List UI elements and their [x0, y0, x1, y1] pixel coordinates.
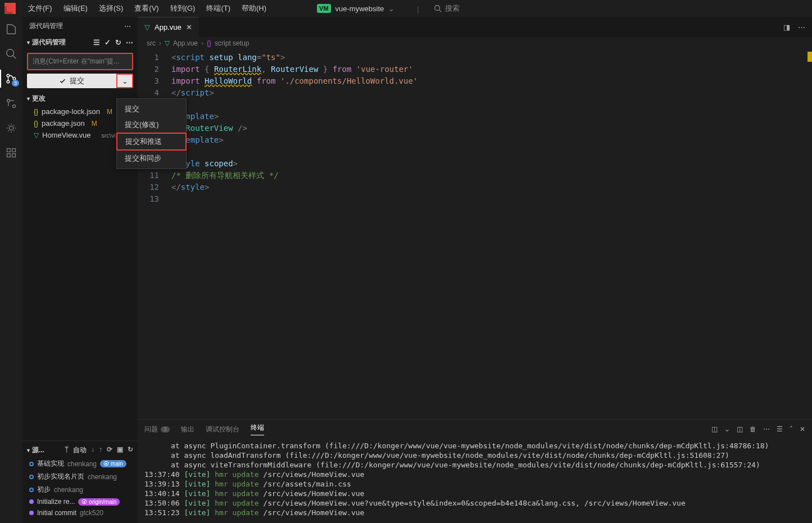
commit-author: chenkang	[54, 486, 83, 494]
filter-icon[interactable]: ☰	[777, 425, 783, 433]
graph-list: 基础实现chenkang⦿main初步实现名片页chenkang初步chenka…	[22, 457, 138, 519]
commit-msg: 基础实现	[37, 459, 64, 469]
svg-point-9	[9, 126, 13, 130]
graph-section: ▾ 源... ᛘ 自动 ↓ ↑ ⟳ ▣ ↻ 基础实现chenkang⦿main初…	[22, 440, 138, 523]
commit-msg: Initialize re...	[37, 498, 75, 506]
graph-item[interactable]: Initial commitgtck520	[22, 507, 138, 519]
activity-extensions-a[interactable]	[4, 97, 18, 110]
overview-ruler[interactable]	[805, 49, 812, 419]
activity-extensions[interactable]	[4, 146, 18, 160]
json-icon: {}	[34, 120, 38, 128]
svg-point-4	[7, 74, 10, 77]
activity-explorer[interactable]	[4, 22, 18, 36]
project-selector[interactable]: VM vue-mywebsite ⌄	[317, 4, 394, 13]
pull-icon[interactable]: ↓	[91, 445, 94, 455]
chevron-up-icon[interactable]: ˄	[790, 425, 793, 433]
svg-point-0	[434, 6, 439, 11]
code-body: 12345678910111213 <script setup lang="ts…	[138, 49, 812, 419]
chevron-down-icon[interactable]: ⌄	[724, 425, 730, 433]
graph-item[interactable]: 初步chenkang	[22, 483, 138, 496]
tab-bar: ▽ App.vue ✕ ◨ ⋯	[138, 17, 812, 37]
more-icon[interactable]: ⋯	[798, 23, 805, 31]
menu-select[interactable]: 选择(S)	[93, 1, 129, 16]
search-placeholder: 搜索	[445, 3, 460, 13]
commit-msg: 初步	[37, 485, 51, 494]
more-icon[interactable]: ⋯	[763, 425, 770, 433]
menubar: 文件(F) 编辑(E) 选择(S) 查看(V) 转到(G) 终端(T) 帮助(H…	[0, 0, 812, 17]
refresh-icon[interactable]: ↻	[128, 445, 133, 455]
trash-icon[interactable]: 🗑	[750, 425, 756, 433]
menu-edit[interactable]: 编辑(E)	[58, 1, 93, 16]
json-icon: {}	[34, 108, 38, 116]
close-icon[interactable]: ✕	[800, 425, 805, 433]
graph-item[interactable]: 基础实现chenkang⦿main	[22, 457, 138, 470]
menu-terminal[interactable]: 终端(T)	[201, 1, 236, 16]
panel-tab-terminal[interactable]: 终端	[251, 423, 264, 435]
breadcrumb-src[interactable]: src	[147, 39, 156, 47]
sidebar-header: 源代码管理 ⋯	[22, 17, 138, 35]
split-icon[interactable]: ◨	[783, 23, 790, 31]
menu-help[interactable]: 帮助(H)	[236, 1, 272, 16]
panel-tab-debug[interactable]: 调试控制台	[206, 425, 239, 434]
breadcrumb[interactable]: src › ▽ App.vue › {} script setup	[138, 37, 812, 49]
editor-tab[interactable]: ▽ App.vue ✕	[138, 17, 199, 37]
graph-dot	[29, 511, 34, 515]
terminal-output[interactable]: at async PluginContainer.transform (file…	[138, 439, 812, 523]
fetch-icon[interactable]: ⟳	[107, 445, 112, 455]
graph-dot	[29, 499, 34, 504]
warning-marker[interactable]	[808, 52, 812, 62]
scm-badge: 3	[12, 80, 19, 87]
breadcrumb-symbol[interactable]: script setup	[215, 39, 249, 47]
graph-item[interactable]: 初步实现名片页chenkang	[22, 470, 138, 483]
svg-line-3	[13, 56, 16, 59]
dd-commit[interactable]: 提交	[117, 101, 186, 117]
chevron-down-icon: ▾	[27, 39, 30, 46]
graph-item[interactable]: Initialize re...⦿origin/main	[22, 496, 138, 507]
auto-label[interactable]: 自动	[73, 445, 87, 455]
scm-section-header[interactable]: ▾ 源代码管理 ☰ ✓ ↻ ⋯	[22, 35, 138, 49]
commit-msg: 初步实现名片页	[37, 472, 84, 481]
dd-commit-amend[interactable]: 提交(修改)	[117, 117, 186, 133]
svg-rect-11	[12, 149, 16, 152]
refresh-icon[interactable]: ↻	[115, 38, 121, 47]
branch-icon[interactable]: ᛘ	[65, 445, 69, 455]
split-icon[interactable]: ◫	[737, 425, 743, 433]
panel-tab-output[interactable]: 输出	[181, 425, 194, 434]
chevron-down-icon: ▾	[27, 95, 30, 102]
commit-dropdown-button[interactable]: ⌄	[116, 74, 133, 88]
file-name: HomeView.vue	[42, 131, 90, 139]
panel-tabs: 问题3 输出 调试控制台 终端 ◫ ⌄ ◫ 🗑 ⋯ ☰ ˄ ✕	[138, 420, 812, 439]
close-icon[interactable]: ✕	[186, 23, 192, 31]
menu-view[interactable]: 查看(V)	[129, 1, 164, 16]
more-icon[interactable]: ⋯	[124, 22, 131, 30]
check-icon[interactable]: ✓	[105, 38, 111, 47]
svg-point-8	[13, 105, 16, 108]
dd-commit-sync[interactable]: 提交和同步	[117, 151, 186, 166]
commit-dropdown-menu: 提交 提交(修改) 提交和推送 提交和同步	[116, 98, 187, 169]
vue-icon: ▽	[165, 39, 170, 47]
layout-icon[interactable]: ◫	[711, 425, 718, 433]
more-icon[interactable]: ⋯	[126, 38, 133, 47]
graph-dot	[29, 488, 34, 492]
push-icon[interactable]: ↑	[99, 445, 102, 455]
breadcrumb-file[interactable]: App.vue	[173, 39, 198, 47]
branch-pill: ⦿origin/main	[78, 498, 120, 506]
search-icon	[434, 4, 442, 12]
activity-search[interactable]	[4, 47, 18, 61]
panel-tab-problems[interactable]: 问题3	[144, 425, 170, 434]
status-badge: M	[92, 120, 97, 128]
dd-commit-push[interactable]: 提交和推送	[116, 133, 187, 151]
graph-header[interactable]: ▾ 源... ᛘ 自动 ↓ ↑ ⟳ ▣ ↻	[22, 443, 138, 457]
menu-goto[interactable]: 转到(G)	[165, 1, 201, 16]
svg-rect-12	[7, 154, 11, 157]
activity-debug[interactable]	[4, 121, 18, 135]
tree-icon[interactable]: ☰	[93, 38, 100, 47]
save-icon[interactable]: ▣	[117, 445, 123, 455]
commit-message-input[interactable]: 消息(Ctrl+Enter 在"main"提...	[27, 53, 133, 70]
commit-button[interactable]: 提交	[27, 74, 116, 88]
code-content[interactable]: <script setup lang="ts"> import { Router…	[167, 49, 812, 419]
global-search[interactable]: 搜索	[417, 3, 459, 13]
branch-pill: ⦿main	[100, 460, 126, 467]
activity-scm[interactable]: 3	[4, 72, 18, 85]
menu-file[interactable]: 文件(F)	[22, 1, 58, 16]
